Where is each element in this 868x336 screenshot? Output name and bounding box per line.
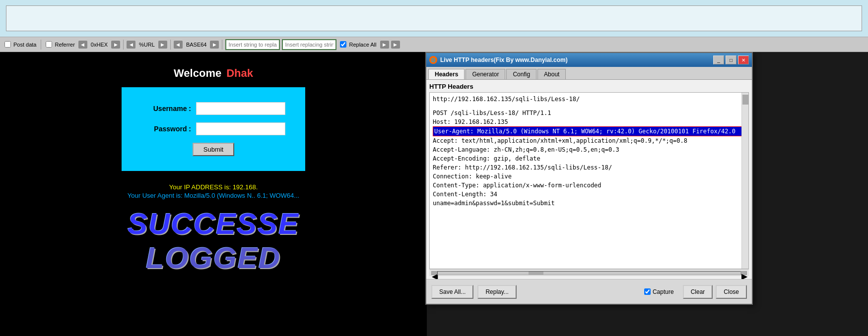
header-line: Accept-Encoding: gzip, deflate — [433, 154, 745, 163]
dialog-app-icon: 🌐 — [429, 56, 437, 64]
headers-text: http://192.168.162.135/sqli-libs/Less-18… — [433, 95, 745, 208]
header-line: Connection: keep-alive — [433, 172, 745, 181]
separator-1 — [41, 40, 41, 50]
main-area: Welcome Dhak Username : Password : Submi… — [0, 52, 868, 336]
header-line: Content-Type: application/x-www-form-url… — [433, 181, 745, 190]
separator-4 — [222, 40, 222, 50]
hex-left-arrow[interactable] — [78, 41, 87, 49]
password-input[interactable] — [196, 122, 285, 135]
base64-left-arrow[interactable] — [174, 41, 183, 49]
live-http-dialog: 🌐 Live HTTP headers(Fix By www.Danyial.c… — [425, 52, 753, 305]
ip-address-text: Your IP ADDRESS is: 192.168. — [169, 183, 258, 191]
header-line — [433, 104, 745, 109]
h-scroll-thumb — [529, 272, 543, 275]
header-line: http://192.168.162.135/sqli-libs/Less-18… — [433, 95, 745, 104]
h-scroll-track — [437, 271, 741, 275]
separator-3 — [170, 40, 171, 50]
header-line: Accept: text/html,application/xhtml+xml,… — [433, 136, 745, 145]
dialog-title-left: 🌐 Live HTTP headers(Fix By www.Danyial.c… — [429, 56, 568, 64]
referrer-checkbox-label[interactable]: Referrer — [44, 41, 76, 48]
password-row: Password : — [141, 122, 285, 135]
submit-button[interactable]: Submit — [193, 143, 234, 156]
dialog-content: HTTP Headers http://192.168.162.135/sqli… — [426, 80, 752, 279]
capture-checkbox[interactable] — [644, 288, 651, 295]
login-box: Username : Password : Submit — [122, 87, 305, 171]
username-row: Username : — [141, 102, 285, 115]
tab-about[interactable]: About — [537, 69, 566, 79]
tab-generator[interactable]: Generator — [466, 69, 505, 79]
header-line: POST /sqli-libs/Less-18/ HTTP/1.1 — [433, 109, 745, 117]
header-line: Accept-Language: zh-CN,zh;q=0.8,en-US;q=… — [433, 145, 745, 154]
vertical-scrollbar[interactable] — [741, 93, 748, 269]
headers-area[interactable]: http://192.168.162.135/sqli-libs/Less-18… — [429, 92, 749, 269]
replace-arrow-2[interactable] — [391, 41, 400, 49]
dhaka-text: Dhak — [226, 67, 253, 80]
url-input[interactable]: http://192.168.162.135/sqli-libs/Less-18… — [6, 5, 862, 31]
replacing-string-input[interactable] — [282, 39, 336, 50]
scrollbar-thumb — [742, 95, 748, 105]
replay-button[interactable]: Replay... — [477, 285, 516, 299]
username-input[interactable] — [196, 102, 285, 115]
referrer-label: Referrer — [55, 42, 74, 48]
header-line: Host: 192.168.162.135 — [433, 117, 745, 126]
footer-right-buttons: Clear Close — [683, 285, 747, 299]
tab-config[interactable]: Config — [506, 69, 536, 79]
header-line: User-Agent: Mozilla/5.0 (Windows NT 6.1;… — [433, 126, 745, 136]
dialog-title-text: Live HTTP headers(Fix By www.Danyial.com… — [440, 56, 568, 63]
username-label: Username : — [153, 105, 191, 112]
replace-all-checkbox[interactable] — [340, 41, 346, 48]
post-data-checkbox[interactable] — [4, 41, 11, 48]
replace-all-label[interactable]: Replace All — [338, 41, 378, 48]
h-scroll-right[interactable]: ▶ — [741, 271, 747, 275]
header-line: uname=admin&passwd=1&submit=Submit — [433, 199, 745, 208]
horizontal-scroll[interactable]: ◀ ▶ — [429, 269, 749, 276]
url-right-arrow[interactable] — [158, 41, 167, 49]
header-line: Content-Length: 34 — [433, 190, 745, 199]
url-left-arrow[interactable] — [127, 41, 135, 49]
dialog-close-button[interactable]: ✕ — [738, 56, 749, 64]
user-agent-text: Your User Agent is: Mozilla/5.0 (Windows… — [128, 192, 299, 199]
password-label: Password : — [154, 125, 191, 133]
capture-checkbox-area[interactable]: Capture — [644, 288, 674, 295]
logged-text: LOGGED — [146, 241, 281, 275]
url-label: %URL — [137, 41, 156, 48]
dialog-footer: Save All... Replay... Capture Clear Clos… — [426, 279, 752, 304]
dialog-window-buttons: _ □ ✕ — [713, 56, 749, 64]
dialog-tabs: Headers Generator Config About — [426, 67, 752, 80]
url-bar: http://192.168.162.135/sqli-libs/Less-18… — [0, 0, 868, 37]
welcome-text: Welcome — [174, 67, 221, 80]
welcome-line: Welcome Dhak — [174, 67, 253, 80]
dialog-titlebar: 🌐 Live HTTP headers(Fix By www.Danyial.c… — [426, 53, 752, 67]
capture-label: Capture — [653, 288, 674, 295]
base64-label: BASE64 — [185, 41, 208, 48]
save-all-button[interactable]: Save All... — [431, 285, 473, 299]
tab-headers[interactable]: Headers — [428, 69, 465, 79]
base64-right-arrow[interactable] — [210, 41, 219, 49]
webpage: Welcome Dhak Username : Password : Submi… — [0, 52, 427, 336]
minimize-button[interactable]: _ — [713, 56, 724, 64]
h-scroll-left[interactable]: ◀ — [431, 271, 437, 275]
header-line: Referer: http://192.168.162.135/sqli-lib… — [433, 163, 745, 172]
post-data-label: Post data — [13, 42, 36, 48]
clear-button[interactable]: Clear — [683, 285, 713, 299]
success-text: SUCCESSE — [128, 207, 299, 241]
separator-2 — [123, 40, 124, 50]
referrer-checkbox[interactable] — [46, 41, 52, 48]
post-data-checkbox-label[interactable]: Post data — [3, 41, 38, 48]
hex-right-arrow[interactable] — [111, 41, 120, 49]
maximize-button[interactable]: □ — [726, 56, 736, 64]
hex-label: 0xHEX — [89, 41, 109, 48]
replace-arrow-1[interactable] — [380, 41, 389, 49]
replace-all-text: Replace All — [349, 42, 376, 48]
close-button[interactable]: Close — [716, 285, 747, 299]
headers-section-label: HTTP Headers — [429, 83, 749, 90]
replace-string-input[interactable] — [225, 39, 280, 50]
toolbar: Post data Referrer 0xHEX %URL BASE64 Rep… — [0, 37, 868, 52]
